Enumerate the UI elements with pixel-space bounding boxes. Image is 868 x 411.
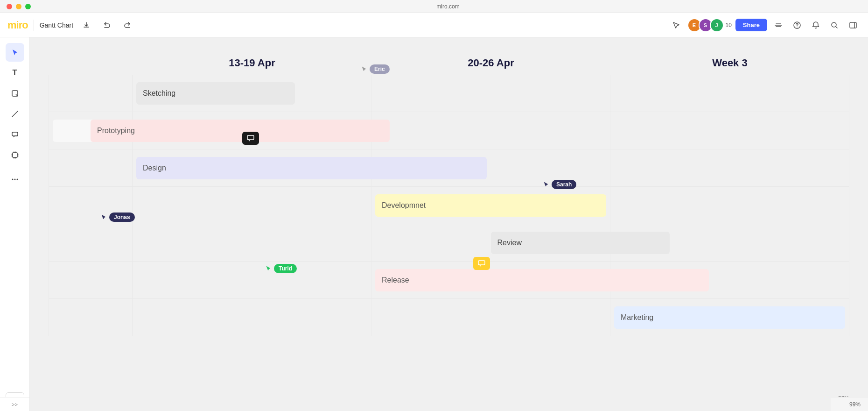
avatar-group: E S J 10 bbox=[687, 18, 732, 32]
gantt-cell-0-0 bbox=[49, 75, 133, 112]
maximize-button[interactable] bbox=[25, 4, 31, 9]
svg-rect-4 bbox=[12, 132, 18, 136]
toolbar-divider bbox=[34, 20, 34, 31]
gantt-cell-3-3 bbox=[610, 187, 849, 224]
sidebar-tool-frame[interactable] bbox=[6, 146, 24, 164]
sidebar-tool-sticky[interactable] bbox=[6, 84, 24, 103]
svg-rect-5 bbox=[13, 153, 17, 157]
cursor-arrow-jonas bbox=[101, 214, 107, 220]
cursor-arrow-sarah bbox=[543, 181, 550, 188]
toolbar-right: E S J 10 Share bbox=[669, 18, 861, 33]
gantt-cell-6-3: Marketing bbox=[610, 299, 849, 336]
cursor-jonas: Jonas bbox=[101, 213, 135, 222]
gantt-header: 13-19 Apr 20-26 Apr Week 3 bbox=[49, 51, 849, 75]
export-button[interactable] bbox=[79, 18, 94, 33]
svg-rect-2 bbox=[850, 22, 856, 28]
cursor-arrow-eric bbox=[361, 66, 368, 72]
window-chrome: miro.com bbox=[0, 0, 868, 13]
gantt-cell-1-2 bbox=[371, 112, 610, 149]
sidebar-bottom-expand[interactable]: >> bbox=[0, 397, 30, 411]
sidebar-tool-line[interactable] bbox=[6, 105, 24, 123]
cursor-badge-jonas: Jonas bbox=[109, 213, 135, 222]
gantt-row-2: Design bbox=[49, 149, 849, 187]
undo-button[interactable] bbox=[99, 18, 114, 33]
comment-bubble-1[interactable] bbox=[242, 132, 259, 145]
gantt-row-4: Review bbox=[49, 224, 849, 262]
bar-prototyping[interactable]: Prototyping bbox=[91, 120, 390, 142]
gantt-cell-5-2: Release bbox=[371, 262, 610, 299]
gantt-cell-0-1: Sketching bbox=[133, 75, 371, 112]
svg-point-8 bbox=[16, 179, 18, 180]
miro-logo[interactable]: miro bbox=[7, 19, 28, 31]
gantt-cell-4-3 bbox=[610, 224, 849, 262]
gantt-row-0: Sketching bbox=[49, 75, 849, 112]
redo-button[interactable] bbox=[120, 18, 135, 33]
window-title: miro.com bbox=[35, 3, 861, 10]
canvas-wrapper: 13-19 Apr 20-26 Apr Week 3 Sketching bbox=[49, 51, 849, 397]
cursor-sarah: Sarah bbox=[543, 180, 576, 189]
gantt-cell-3-1 bbox=[133, 187, 371, 224]
expand-label: >> bbox=[12, 402, 18, 407]
header-empty bbox=[49, 51, 133, 75]
gantt-cell-4-2: Review bbox=[371, 224, 610, 262]
gantt-cell-1-3 bbox=[610, 112, 849, 149]
gantt-row-5: Release bbox=[49, 262, 849, 299]
sidebar-tool-comment[interactable] bbox=[6, 125, 24, 144]
gantt-cell-2-3 bbox=[610, 149, 849, 187]
help-button[interactable] bbox=[790, 18, 805, 33]
cursor-badge-eric: Eric bbox=[370, 64, 390, 74]
settings-icon-button[interactable] bbox=[771, 18, 786, 33]
avatar-count: 10 bbox=[726, 22, 732, 28]
sidebar-tool-select[interactable] bbox=[6, 43, 24, 62]
cursor-eric: Eric bbox=[361, 64, 390, 74]
bar-development[interactable]: Developmnet bbox=[375, 194, 606, 217]
comment-icon-2 bbox=[478, 260, 485, 267]
header-week2: 20-26 Apr bbox=[371, 51, 610, 75]
gantt-cell-5-1 bbox=[133, 262, 371, 299]
gantt-cell-6-2 bbox=[371, 299, 610, 336]
comment-bubble-2[interactable] bbox=[473, 257, 490, 270]
zoom-bar: 99% bbox=[831, 397, 868, 411]
comment-icon-1 bbox=[247, 135, 254, 142]
header-week3: Week 3 bbox=[610, 51, 849, 75]
gantt-cell-5-0 bbox=[49, 262, 133, 299]
gantt-cell-6-1 bbox=[133, 299, 371, 336]
gantt-cell-6-0 bbox=[49, 299, 133, 336]
left-sidebar: T >> bbox=[0, 37, 30, 411]
gantt-row-1: Prototyping bbox=[49, 112, 849, 149]
sidebar-tool-text[interactable]: T bbox=[6, 64, 24, 82]
minimize-button[interactable] bbox=[16, 4, 21, 9]
panel-button[interactable] bbox=[846, 18, 861, 33]
gantt-cell-0-2 bbox=[371, 75, 610, 112]
close-button[interactable] bbox=[7, 4, 12, 9]
svg-point-7 bbox=[14, 179, 15, 180]
bar-marketing[interactable]: Marketing bbox=[614, 306, 845, 329]
gantt-cell-2-0 bbox=[49, 149, 133, 187]
bar-sketching[interactable]: Sketching bbox=[136, 82, 295, 105]
zoom-display: 99% bbox=[849, 401, 861, 408]
gantt-cell-4-0 bbox=[49, 224, 133, 262]
gantt-chart: 13-19 Apr 20-26 Apr Week 3 Sketching bbox=[49, 51, 849, 336]
gantt-cell-3-2: Developmnet bbox=[371, 187, 610, 224]
share-button[interactable]: Share bbox=[735, 19, 767, 31]
svg-rect-9 bbox=[247, 135, 254, 140]
gantt-row-6: Marketing bbox=[49, 299, 849, 336]
sidebar-tool-more[interactable] bbox=[6, 170, 24, 189]
board-title[interactable]: Gantt Chart bbox=[40, 21, 73, 29]
cursor-badge-sarah: Sarah bbox=[552, 180, 576, 189]
gantt-cell-4-1 bbox=[133, 224, 371, 262]
notifications-button[interactable] bbox=[808, 18, 823, 33]
gantt-row-3: Developmnet bbox=[49, 187, 849, 224]
cursor-follow-button[interactable] bbox=[669, 18, 684, 33]
avatar-3: J bbox=[710, 18, 724, 32]
header-week1: 13-19 Apr bbox=[133, 51, 371, 75]
search-button[interactable] bbox=[827, 18, 842, 33]
toolbar-left: miro Gantt Chart bbox=[7, 18, 663, 33]
toolbar: miro Gantt Chart E S J 10 Share bbox=[0, 13, 868, 37]
gantt-cell-0-3 bbox=[610, 75, 849, 112]
svg-point-6 bbox=[12, 179, 13, 180]
gantt-cell-2-1: Design bbox=[133, 149, 371, 187]
cursor-arrow-turid bbox=[266, 265, 272, 272]
canvas[interactable]: 13-19 Apr 20-26 Apr Week 3 Sketching bbox=[30, 37, 868, 411]
main-content: T >> 13-19 Apr bbox=[0, 37, 868, 411]
